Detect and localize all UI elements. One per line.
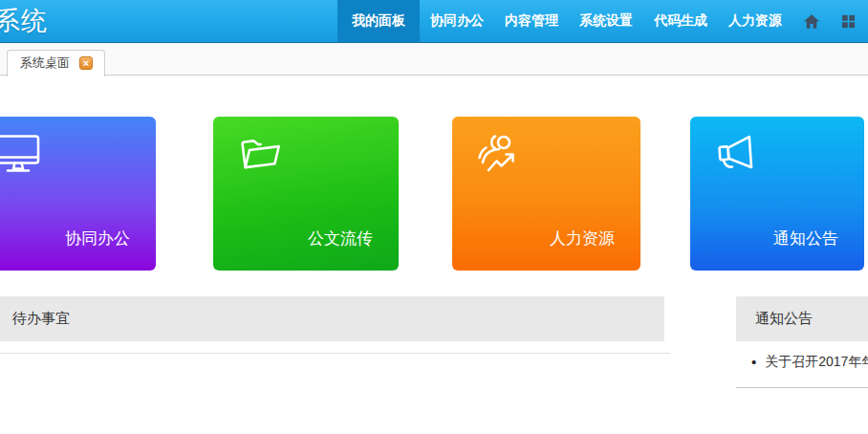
nav-item-my-dashboard[interactable]: 我的面板: [337, 0, 420, 42]
app-header: 系统 我的面板 协同办公 内容管理 系统设置 代码生成 人力资源: [0, 0, 868, 43]
tile-notices[interactable]: 通知公告: [690, 117, 864, 271]
tile-label: 协同办公: [65, 228, 130, 250]
todo-panel-divider: [0, 353, 670, 354]
todo-panel-header: 待办事宜: [0, 296, 664, 341]
tab-bar: 系统桌面 ×: [0, 43, 868, 76]
tile-label: 通知公告: [773, 228, 838, 250]
apps-grid-icon[interactable]: [831, 0, 866, 42]
nav-item-collaboration[interactable]: 协同办公: [420, 0, 494, 42]
bullet-icon: •: [751, 356, 756, 369]
close-icon[interactable]: ×: [79, 56, 93, 70]
tile-label: 公文流传: [308, 228, 373, 250]
folder-open-icon: [238, 131, 284, 177]
tile-label: 人力资源: [550, 228, 615, 250]
notice-panel-divider: [736, 387, 868, 388]
nav-item-code-generation[interactable]: 代码生成: [643, 0, 718, 42]
tile-collaboration[interactable]: 协同办公: [0, 117, 156, 271]
notice-panel-header: 通知公告: [736, 296, 868, 341]
page: 系统 我的面板 协同办公 内容管理 系统设置 代码生成 人力资源: [0, 0, 868, 434]
notice-item-text: 关于召开2017年年: [765, 354, 868, 370]
person-activity-icon: [477, 131, 523, 177]
tab-label: 系统桌面: [20, 54, 70, 72]
tab-system-desktop[interactable]: 系统桌面 ×: [7, 50, 105, 76]
tile-human-resources[interactable]: 人力资源: [452, 117, 640, 271]
nav-item-system-settings[interactable]: 系统设置: [569, 0, 643, 42]
monitor-icon: [0, 131, 41, 177]
app-title: 系统: [0, 0, 48, 42]
nav-item-content-mgmt[interactable]: 内容管理: [494, 0, 569, 42]
notice-list-item[interactable]: • 关于召开2017年年: [751, 354, 868, 370]
megaphone-icon: [715, 131, 761, 177]
main-nav: 我的面板 协同办公 内容管理 系统设置 代码生成 人力资源: [337, 0, 866, 42]
nav-item-human-resources[interactable]: 人力资源: [718, 0, 792, 42]
home-icon[interactable]: [792, 0, 831, 42]
tile-document-flow[interactable]: 公文流传: [213, 117, 399, 271]
